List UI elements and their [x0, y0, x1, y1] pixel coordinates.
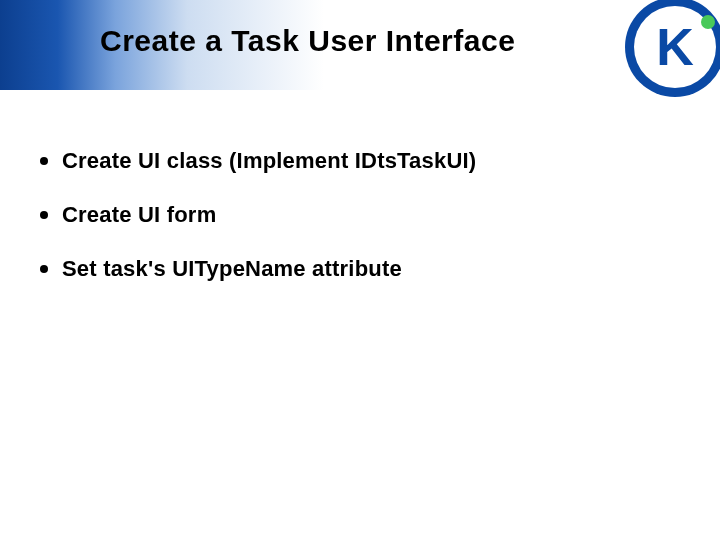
bullet-text: Create UI class (Implement IDtsTaskUI) — [62, 148, 476, 174]
bullet-text: Create UI form — [62, 202, 216, 228]
bullet-text: Set task's UITypeName attribute — [62, 256, 402, 282]
slide-title: Create a Task User Interface — [100, 24, 600, 58]
logo-letter: K — [656, 18, 694, 76]
content-area: Create UI class (Implement IDtsTaskUI) C… — [40, 120, 680, 310]
bullet-icon — [40, 211, 48, 219]
list-item: Set task's UITypeName attribute — [40, 256, 680, 282]
svg-point-2 — [701, 15, 715, 29]
list-item: Create UI class (Implement IDtsTaskUI) — [40, 148, 680, 174]
list-item: Create UI form — [40, 202, 680, 228]
logo-icon: K — [620, 0, 720, 102]
bullet-icon — [40, 157, 48, 165]
slide: Create a Task User Interface K Create UI… — [0, 0, 720, 540]
logo: K — [620, 0, 720, 102]
bullet-icon — [40, 265, 48, 273]
